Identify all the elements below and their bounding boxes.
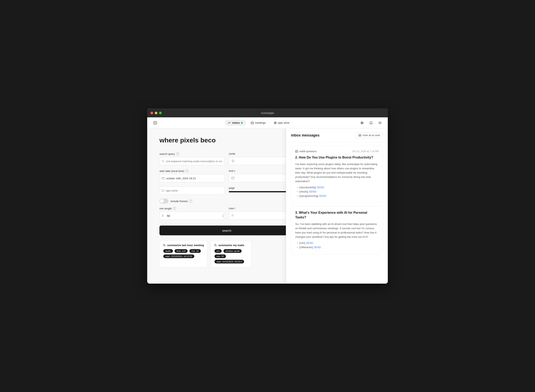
navbar: status meetings pipe store	[147, 117, 388, 128]
send-link-0-0[interactable]: SEND	[317, 186, 324, 189]
search-saved-icon	[163, 244, 166, 247]
mark-all-read-button[interactable]: mark all as read	[355, 132, 383, 138]
svg-point-6	[361, 122, 362, 122]
include-frames-toggle[interactable]	[159, 199, 168, 204]
search-button[interactable]: search	[159, 226, 294, 235]
svg-rect-15	[295, 150, 298, 152]
min-length-label: min length ?	[159, 207, 225, 210]
nav-pipe-store-label: pipe store	[278, 121, 289, 124]
svg-point-2	[274, 122, 275, 123]
app-name-group	[159, 187, 225, 195]
include-frames-label: include frames ?	[170, 200, 192, 203]
min-length-input[interactable]	[159, 212, 225, 220]
num-down-arrow[interactable]: ▼	[222, 216, 224, 218]
calendar-icon	[162, 177, 165, 180]
tag-start-1: start: 15/10/2024, 00:00:0	[214, 260, 244, 263]
new-note-button[interactable]	[151, 119, 159, 127]
menu-button[interactable]	[376, 119, 384, 126]
start-date-help-icon[interactable]: ?	[185, 169, 189, 173]
notifications-button[interactable]	[367, 119, 375, 126]
max-length-input[interactable]	[229, 211, 294, 220]
toggle-row: include frames ?	[159, 199, 294, 204]
search-saved-icon-2	[214, 244, 217, 247]
message-body-0: I've been exploring some plugins lately,…	[295, 162, 379, 183]
svg-point-4	[274, 123, 275, 124]
send-link-1-0[interactable]: SEND	[306, 241, 313, 244]
navbar-center: status meetings pipe store	[162, 120, 355, 126]
num-up-arrow[interactable]: ▲	[222, 214, 224, 216]
app-title: screenpipe	[261, 112, 274, 115]
svg-rect-10	[162, 177, 164, 179]
tag-min: min: 10	[189, 249, 201, 253]
monitor-icon	[162, 189, 164, 192]
message-card-1: 3. What's Your Experience with AI for Pe…	[291, 206, 383, 254]
app-window: screenpipe status	[147, 108, 388, 284]
link-item-1-0: [r/AI] SEND	[297, 241, 379, 244]
start-date-label: start date (local time) ?	[159, 169, 225, 173]
saved-search-card-0[interactable]: summarize last hour meeting audio limit:…	[159, 240, 207, 267]
mark-read-icon	[358, 134, 361, 137]
saved-card-title-1: summarize my mails	[214, 244, 248, 247]
svg-rect-1	[251, 122, 253, 124]
search-query-group: search query ?	[159, 152, 225, 165]
include-frames-help-icon[interactable]: ?	[189, 200, 192, 203]
end-date-input[interactable]	[229, 174, 294, 182]
search-page: where pixels beco search query ?	[147, 128, 306, 275]
app-name-input-wrap	[159, 187, 225, 195]
message-title-1: 3. What's Your Experience with AI for Pe…	[295, 210, 379, 220]
inbox-panel: inbox messages mark all as read	[286, 128, 388, 284]
mark-all-read-label: mark all as read	[363, 134, 380, 137]
form-row-5: min length ? ☰ ▲ ▼ max l	[159, 207, 294, 220]
content-input-wrap	[229, 157, 294, 165]
page-group: page	[229, 187, 294, 195]
minimize-button[interactable]	[155, 112, 157, 114]
content-label: conte	[229, 152, 294, 155]
tag-start-0: start: 15/10/2024, 18:13:59	[163, 254, 194, 258]
include-frames-row: include frames ?	[159, 199, 294, 204]
svg-point-7	[362, 122, 363, 123]
saved-search-card-1[interactable]: summarize my mails ocr window: gmail min…	[211, 240, 251, 267]
app-name-input[interactable]	[166, 189, 222, 192]
nav-status-button[interactable]: status	[225, 120, 246, 126]
message-meta-0: reddit questions Oct 15, 2024 at 7:14 PM	[295, 150, 379, 153]
inbox-messages-list: reddit questions Oct 15, 2024 at 7:14 PM…	[286, 142, 388, 284]
nav-pipe-store-button[interactable]: pipe store	[270, 120, 293, 126]
link-item-1-1: [r/lifehacks] SEND	[297, 246, 379, 249]
svg-point-5	[275, 123, 276, 124]
svg-point-9	[162, 160, 164, 162]
search-button-label: search	[222, 229, 231, 232]
tag-min-50: min: 50	[214, 254, 226, 258]
link-item-0-0: [r/productivity] SEND	[297, 186, 379, 189]
close-button[interactable]	[151, 112, 153, 114]
send-link-0-1[interactable]: SEND	[309, 190, 316, 193]
page-bar	[229, 191, 294, 192]
settings-button[interactable]	[358, 119, 366, 126]
message-card-0: reddit questions Oct 15, 2024 at 7:14 PM…	[291, 146, 383, 203]
search-query-input[interactable]	[166, 160, 222, 163]
min-length-group: min length ? ☰ ▲ ▼	[159, 207, 225, 220]
calendar-end-icon	[232, 177, 234, 179]
content-group: conte	[229, 152, 294, 165]
start-date-group: start date (local time) ? october 14th, …	[159, 169, 225, 182]
nav-meetings-button[interactable]: meetings	[247, 120, 269, 126]
end-date-group: end c	[229, 169, 294, 182]
end-date-label: end c	[229, 169, 294, 172]
search-query-label: search query ?	[159, 152, 225, 155]
send-link-1-1[interactable]: SEND	[314, 246, 321, 249]
page-row	[229, 191, 294, 192]
max-length-group: max l	[229, 207, 294, 220]
search-query-help-icon[interactable]: ?	[176, 152, 179, 155]
send-link-0-2[interactable]: SEND	[319, 194, 326, 197]
form-row-3: page	[159, 187, 294, 195]
max-length-label: max l	[229, 207, 294, 210]
maximize-button[interactable]	[159, 112, 162, 114]
navbar-right	[358, 119, 384, 126]
message-title-0: 2. How Do You Use Plugins to Boost Produ…	[295, 155, 379, 160]
inbox-header: inbox messages mark all as read	[286, 128, 388, 142]
navbar-left	[151, 119, 159, 127]
layers-icon	[232, 159, 235, 163]
saved-card-tags-0: audio limit: 120 min: 10 start: 15/10/20…	[163, 249, 204, 259]
min-length-help-icon[interactable]: ?	[173, 207, 176, 210]
start-date-input[interactable]: october 14th, 2024 19:13	[159, 174, 225, 182]
status-dot	[241, 122, 243, 124]
